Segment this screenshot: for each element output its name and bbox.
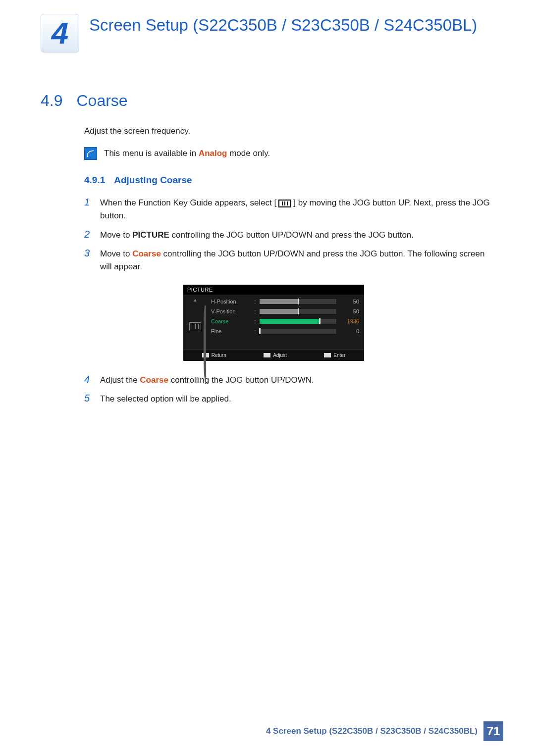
osd-row-label: Fine — [211, 328, 251, 334]
osd-row-label: Coarse — [211, 318, 251, 324]
footer-chapter-text: 4 Screen Setup (S22C350B / S23C350B / S2… — [266, 726, 478, 736]
osd-slider-fill — [260, 299, 298, 304]
osd-panel: PICTURE ▲ H-Position:50V-Position:50Coar… — [183, 285, 364, 361]
step-4: 4 Adjust the Coarse controlling the JOG … — [84, 374, 490, 387]
adjust-icon — [264, 353, 270, 357]
step-1: 1 When the Function Key Guide appears, s… — [84, 197, 490, 223]
osd-adjust-label: Adjust — [273, 353, 287, 358]
osd-slider — [260, 319, 336, 324]
osd-row-value: 50 — [339, 299, 359, 304]
subsection-number: 4.9.1 — [84, 175, 105, 186]
note-highlight: Analog — [199, 149, 227, 158]
osd-row-value: 0 — [339, 328, 359, 334]
osd-slider — [260, 329, 336, 334]
osd-footer: Return Adjust Enter — [183, 349, 364, 361]
osd-slider-handle — [259, 328, 261, 334]
step-text-part: controlling the JOG button UP/DOWN and p… — [169, 230, 414, 240]
osd-row-value: 50 — [339, 308, 359, 314]
menu-icon — [278, 200, 291, 207]
note-row: This menu is available in Analog mode on… — [84, 147, 490, 160]
step-text: Move to PICTURE controlling the JOG butt… — [100, 229, 414, 242]
osd-body: ▲ H-Position:50V-Position:50Coarse:1936F… — [183, 295, 364, 349]
step-text: Adjust the Coarse controlling the JOG bu… — [100, 374, 314, 387]
chapter-number: 4 — [52, 18, 68, 49]
osd-row-label: H-Position — [211, 299, 251, 304]
osd-colon: : — [254, 328, 257, 334]
page-footer: 4 Screen Setup (S22C350B / S23C350B / S2… — [0, 721, 535, 741]
steps-list: 1 When the Function Key Guide appears, s… — [84, 197, 490, 405]
note-text: This menu is available in Analog mode on… — [104, 147, 270, 158]
step-text: When the Function Key Guide appears, sel… — [100, 197, 490, 223]
return-icon — [202, 353, 209, 357]
osd-row: Fine:0 — [211, 328, 359, 334]
osd-row-value: 1936 — [339, 318, 359, 324]
osd-slider-handle — [298, 299, 299, 304]
body-content: Adjust the screen frequency. This menu i… — [84, 126, 490, 405]
enter-icon — [324, 353, 331, 357]
step-text-part: When the Function Key Guide appears, sel… — [100, 198, 276, 207]
section-heading: 4.9 Coarse — [41, 92, 495, 110]
section-intro: Adjust the screen frequency. — [84, 126, 490, 136]
chapter-number-box: 4 — [41, 14, 79, 52]
osd-slider-fill — [260, 309, 298, 314]
osd-colon: : — [254, 308, 257, 314]
step-2: 2 Move to PICTURE controlling the JOG bu… — [84, 229, 490, 242]
step-number: 5 — [84, 393, 92, 404]
step-text-part: controlling the JOG button UP/DOWN. — [168, 375, 314, 385]
step-number: 4 — [84, 374, 92, 385]
osd-row: H-Position:50 — [211, 299, 359, 304]
osd-slider — [260, 299, 336, 304]
up-arrow-icon: ▲ — [193, 298, 198, 302]
step-number: 1 — [84, 197, 92, 208]
subsection-title: Adjusting Coarse — [114, 175, 192, 186]
step-highlight: Coarse — [132, 249, 161, 258]
note-icon — [84, 147, 97, 160]
osd-enter: Enter — [324, 353, 345, 358]
step-text-part: Adjust the — [100, 375, 140, 385]
osd-colon: : — [254, 299, 257, 304]
chapter-title: Screen Setup (S22C350B / S23C350B / S24C… — [89, 15, 495, 35]
osd-slider-fill — [260, 319, 320, 324]
page-number: 71 — [483, 721, 503, 741]
osd-title: PICTURE — [183, 285, 364, 295]
step-text-part: Move to — [100, 230, 132, 240]
step-text: The selected option will be applied. — [100, 393, 231, 405]
osd-colon: : — [254, 318, 257, 324]
step-bold: PICTURE — [132, 230, 169, 240]
osd-return-label: Return — [212, 353, 226, 358]
note-prefix: This menu is available in — [104, 149, 199, 158]
svg-point-0 — [87, 156, 89, 157]
subsection-heading: 4.9.1 Adjusting Coarse — [84, 175, 490, 186]
osd-rows: H-Position:50V-Position:50Coarse:1936Fin… — [207, 295, 364, 349]
osd-enter-label: Enter — [333, 353, 345, 358]
step-text: Move to Coarse controlling the JOG butto… — [100, 248, 490, 274]
osd-screenshot: PICTURE ▲ H-Position:50V-Position:50Coar… — [183, 285, 490, 361]
osd-left-column: ▲ — [183, 295, 207, 349]
step-number: 2 — [84, 229, 92, 240]
osd-slider-handle — [298, 308, 299, 314]
osd-slider — [260, 309, 336, 314]
osd-row-label: V-Position — [211, 308, 251, 314]
note-suffix: mode only. — [227, 149, 270, 158]
menu-icon — [189, 322, 201, 330]
osd-adjust: Adjust — [264, 353, 287, 358]
step-highlight: Coarse — [140, 375, 168, 385]
step-3: 3 Move to Coarse controlling the JOG but… — [84, 248, 490, 274]
step-number: 3 — [84, 248, 92, 259]
osd-slider-handle — [319, 318, 321, 324]
osd-return: Return — [202, 353, 226, 358]
osd-row: V-Position:50 — [211, 308, 359, 314]
step-5: 5 The selected option will be applied. — [84, 393, 490, 405]
section-number: 4.9 — [41, 92, 62, 110]
osd-row: Coarse:1936 — [211, 318, 359, 324]
step-text-part: Move to — [100, 249, 132, 258]
manual-page: 4 Screen Setup (S22C350B / S23C350B / S2… — [0, 0, 535, 756]
section-title: Coarse — [76, 92, 127, 110]
